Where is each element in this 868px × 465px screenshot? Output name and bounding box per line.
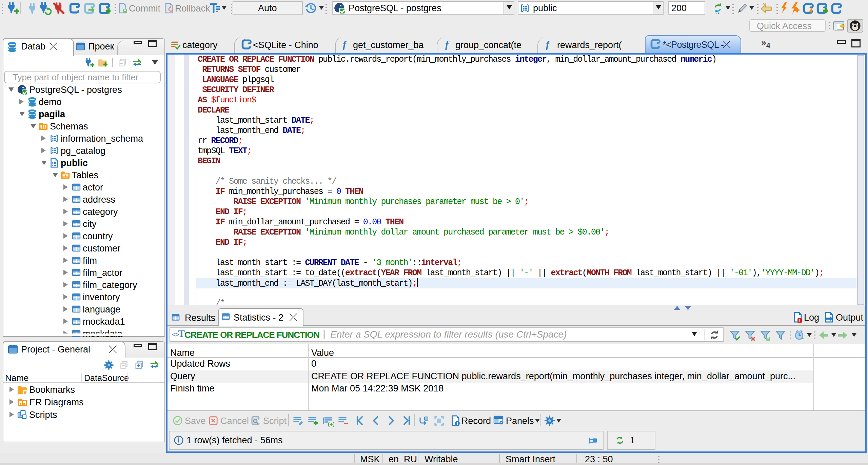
svg-text:f: f: [445, 39, 450, 50]
svg-text:(+): (+): [328, 421, 334, 427]
svg-text:f: f: [343, 39, 347, 50]
svg-text:f: f: [546, 39, 550, 50]
